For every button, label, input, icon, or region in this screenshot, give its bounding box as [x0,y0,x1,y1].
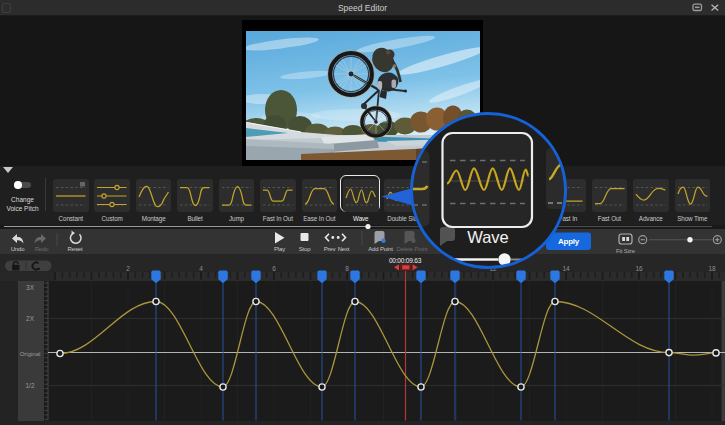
svg-text:Wave: Wave [467,228,509,246]
